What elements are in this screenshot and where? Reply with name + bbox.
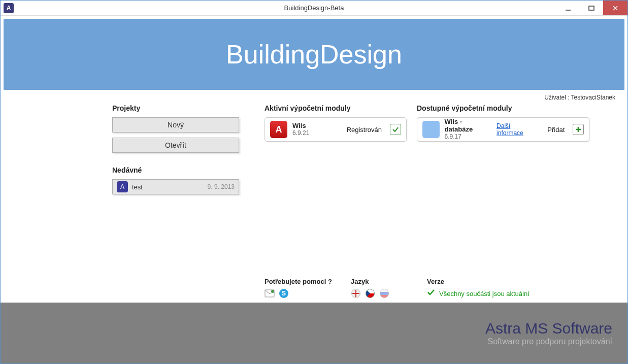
available-modules-heading: Dostupné výpočetní moduly — [417, 104, 589, 112]
new-project-button[interactable]: Nový — [112, 117, 239, 133]
flag-en-icon[interactable] — [351, 288, 361, 299]
module-name: Wils - databáze — [445, 118, 492, 134]
svg-rect-1 — [589, 6, 594, 10]
app-icon-letter: A — [7, 5, 11, 12]
projects-heading: Projekty — [112, 104, 254, 112]
active-module-card: A Wils 6.9.21 Registrován — [265, 117, 407, 142]
active-modules-column: Aktivní výpočetní moduly A Wils 6.9.21 R… — [265, 104, 407, 278]
application-window: A BuildingDesign-Beta BuildingDesign Uži… — [0, 0, 628, 364]
version-heading: Verze — [427, 278, 530, 285]
email-icon[interactable] — [265, 288, 275, 299]
skype-icon[interactable]: S — [279, 288, 289, 299]
content-area: Uživatel : TestovaciStanek Projekty Nový… — [1, 90, 627, 303]
close-button[interactable] — [603, 1, 627, 15]
flag-cz-icon[interactable] — [365, 288, 375, 299]
available-module-card: Wils - databáze 6.9.17 Další informace P… — [417, 117, 589, 142]
user-info: Uživatel : TestovaciStanek — [11, 94, 617, 101]
recent-item-icon: A — [117, 181, 128, 192]
svg-point-7 — [271, 290, 274, 293]
titlebar: A BuildingDesign-Beta — [1, 1, 627, 16]
flag-sk-icon[interactable] — [379, 288, 389, 299]
help-icons: S — [265, 288, 341, 299]
active-modules-heading: Aktivní výpočetní moduly — [265, 104, 407, 112]
version-status-row: Všechny součásti jsou aktuální — [427, 288, 530, 299]
footer: Astra MS Software Software pro podporu p… — [1, 303, 627, 363]
module-icon-letter: A — [276, 124, 282, 135]
checkmark-icon — [390, 124, 401, 135]
hero-banner: BuildingDesign — [4, 19, 624, 90]
footer-text: Astra MS Software Software pro podporu p… — [485, 320, 612, 346]
open-project-button[interactable]: Otevřít — [112, 138, 239, 153]
module-text: Wils - databáze 6.9.17 — [445, 118, 492, 141]
recent-item-date: 9. 9. 2013 — [208, 183, 235, 190]
maximize-button[interactable] — [580, 1, 603, 15]
available-modules-column: Dostupné výpočetní moduly Wils - databáz… — [417, 104, 589, 278]
svg-rect-20 — [380, 292, 389, 295]
module-icon — [422, 121, 440, 138]
language-group: Jazyk — [351, 278, 417, 299]
recent-heading: Nedávné — [112, 166, 254, 174]
add-label: Přidat — [547, 126, 565, 134]
user-label: Uživatel : — [544, 94, 571, 101]
svg-text:S: S — [282, 290, 286, 297]
app-icon: A — [4, 3, 14, 13]
footer-tagline: Software pro podporu projektování — [485, 337, 612, 346]
module-status: Registrován — [347, 126, 382, 134]
module-text: Wils 6.9.21 — [292, 122, 309, 137]
window-controls — [556, 1, 627, 15]
module-name: Wils — [292, 122, 309, 130]
version-status: Všechny součásti jsou aktuální — [439, 290, 530, 297]
help-heading: Potřebujete pomoci ? — [265, 278, 341, 285]
module-version: 6.9.21 — [292, 130, 309, 137]
check-icon — [427, 288, 435, 299]
language-flags — [351, 288, 417, 299]
projects-column: Projekty Nový Otevřít Nedávné A test 9. … — [112, 104, 254, 278]
recent-item-name: test — [132, 183, 143, 191]
window-title: BuildingDesign-Beta — [284, 4, 344, 12]
recent-item[interactable]: A test 9. 9. 2013 — [112, 179, 239, 194]
more-info-link[interactable]: Další informace — [497, 122, 538, 137]
bottom-row: Potřebujete pomoci ? S Jazyk — [265, 278, 617, 299]
recent-icon-letter: A — [120, 183, 124, 190]
module-icon: A — [270, 121, 287, 138]
columns: Projekty Nový Otevřít Nedávné A test 9. … — [11, 104, 617, 278]
version-group: Verze Všechny součásti jsou aktuální — [427, 278, 530, 299]
add-button[interactable] — [573, 124, 584, 135]
module-version: 6.9.17 — [445, 134, 492, 141]
language-heading: Jazyk — [351, 278, 417, 285]
minimize-button[interactable] — [556, 1, 580, 15]
user-name: TestovaciStanek — [571, 94, 615, 101]
help-group: Potřebujete pomoci ? S — [265, 278, 341, 299]
hero-title: BuildingDesign — [226, 39, 402, 70]
footer-company: Astra MS Software — [485, 320, 612, 337]
